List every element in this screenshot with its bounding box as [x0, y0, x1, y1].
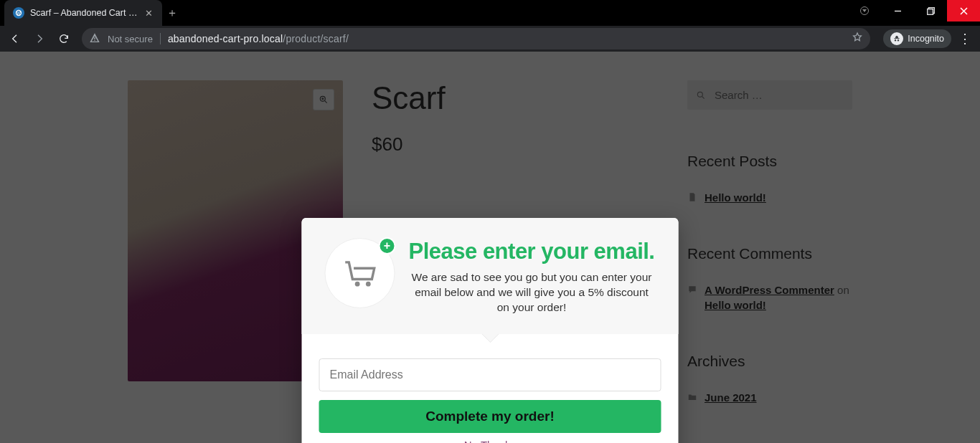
window-close-button[interactable] — [947, 0, 980, 22]
new-tab-button[interactable]: ＋ — [162, 0, 182, 26]
forward-button[interactable] — [29, 28, 50, 49]
svg-point-5 — [366, 282, 371, 287]
svg-rect-1 — [927, 9, 933, 14]
modal-header: + Please enter your email. We are sad to… — [302, 218, 679, 334]
minimize-button[interactable] — [881, 0, 914, 22]
incognito-badge[interactable]: Incognito — [883, 29, 951, 48]
browser-menu-button[interactable]: ⋮ — [954, 31, 976, 47]
window-controls — [848, 0, 980, 22]
wordpress-icon — [13, 7, 24, 19]
complete-order-button[interactable]: Complete my order! — [319, 400, 661, 433]
omnibox-divider — [160, 33, 161, 44]
browser-menu-icon[interactable] — [848, 0, 881, 22]
tab-title: Scarf – Abandoned Cart Pro — [30, 8, 138, 18]
incognito-icon — [890, 32, 903, 45]
incognito-label: Incognito — [908, 34, 944, 44]
no-thanks-link[interactable]: No Thanks — [319, 439, 661, 443]
page-viewport: Scarf $60 Recent Posts Hello world! Rece… — [0, 52, 980, 443]
tab-close-icon[interactable]: ✕ — [143, 8, 154, 19]
not-secure-label: Not secure — [108, 34, 153, 44]
cart-icon: + — [325, 238, 395, 308]
modal-heading: Please enter your email. — [408, 238, 656, 265]
plus-badge-icon: + — [379, 237, 396, 254]
bookmark-star-icon[interactable] — [852, 32, 863, 46]
modal-subtext: We are sad to see you go but you can ent… — [408, 270, 656, 315]
browser-toolbar: Not secure abandoned-cart-pro.local/prod… — [0, 26, 980, 52]
not-secure-icon — [89, 32, 100, 46]
url-text: abandoned-cart-pro.local/product/scarf/ — [168, 33, 349, 44]
svg-point-4 — [355, 282, 360, 287]
email-input[interactable] — [319, 358, 661, 391]
email-capture-modal: ✕ + Please enter your email. We are sad … — [302, 218, 679, 443]
window-titlebar: Scarf – Abandoned Cart Pro ✕ ＋ — [0, 0, 980, 26]
back-button[interactable] — [4, 28, 26, 49]
maximize-button[interactable] — [914, 0, 947, 22]
address-bar[interactable]: Not secure abandoned-cart-pro.local/prod… — [82, 28, 870, 49]
modal-body: Complete my order! No Thanks — [302, 334, 679, 443]
browser-tab[interactable]: Scarf – Abandoned Cart Pro ✕ — [4, 0, 162, 26]
reload-button[interactable] — [53, 28, 75, 49]
